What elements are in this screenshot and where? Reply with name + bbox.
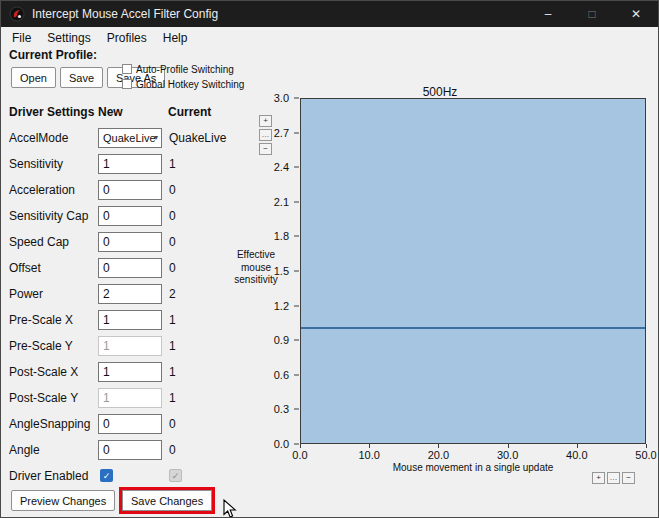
- x-tick-label: 40.0: [566, 449, 587, 461]
- setting-input-post-scale-y[interactable]: [98, 388, 162, 408]
- open-button[interactable]: Open: [11, 67, 56, 88]
- x-axis: 0.010.020.030.040.050.0: [300, 444, 646, 462]
- sensitivity-chart: 500Hz +…− Effective mouse sensitivity 0.…: [229, 81, 651, 496]
- y-tick-mark: [294, 236, 299, 237]
- setting-label: Post-Scale Y: [9, 391, 78, 405]
- maximize-button[interactable]: □: [570, 1, 614, 27]
- driver-enabled-current-checkbox: ✓: [169, 469, 182, 482]
- setting-input-power[interactable]: [98, 284, 162, 304]
- driver-enabled-checkbox[interactable]: ✓: [100, 469, 113, 482]
- zoom-out-button[interactable]: −: [622, 472, 635, 484]
- x-tick-mark: [508, 444, 509, 448]
- y-tick-mark: [294, 305, 299, 306]
- setting-label: Power: [9, 287, 43, 301]
- new-column-header: New: [98, 105, 123, 119]
- sensitivity-line: [301, 327, 645, 329]
- current-value: 1: [169, 391, 176, 405]
- y-tick-mark: [294, 271, 299, 272]
- setting-input-speed-cap[interactable]: [98, 232, 162, 252]
- x-tick-label: 20.0: [428, 449, 449, 461]
- global-hotkey-checkbox[interactable]: [122, 79, 132, 89]
- setting-input-pre-scale-x[interactable]: [98, 310, 162, 330]
- app-window: Intercept Mouse Accel Filter Config – □ …: [0, 0, 659, 518]
- save-changes-button[interactable]: Save Changes: [122, 490, 212, 511]
- chevron-down-icon: ▾: [154, 133, 158, 142]
- highlight-box: Save Changes: [119, 487, 215, 514]
- setting-label: Offset: [9, 261, 41, 275]
- menu-help[interactable]: Help: [155, 29, 196, 47]
- x-tick-label: 50.0: [635, 449, 656, 461]
- current-value: 0: [169, 235, 176, 249]
- current-value: 1: [169, 339, 176, 353]
- menu-profiles[interactable]: Profiles: [99, 29, 155, 47]
- setting-label: Pre-Scale X: [9, 313, 73, 327]
- y-tick-mark: [294, 340, 299, 341]
- setting-input-post-scale-x[interactable]: [98, 362, 162, 382]
- profile-switch-options: Auto-Profile Switching Global Hotkey Swi…: [122, 63, 244, 90]
- zoom-options-button[interactable]: …: [607, 472, 620, 484]
- setting-input-acceleration[interactable]: [98, 180, 162, 200]
- y-tick-label: 0.0: [274, 438, 289, 450]
- menu-file[interactable]: File: [4, 29, 39, 47]
- setting-label: AccelMode: [9, 131, 68, 145]
- y-tick-mark: [294, 409, 299, 410]
- x-tick-mark: [438, 444, 439, 448]
- menu-bar: File Settings Profiles Help: [1, 27, 658, 48]
- current-value: 0: [169, 183, 176, 197]
- y-tick-label: 2.4: [274, 161, 289, 173]
- current-value: 0: [169, 209, 176, 223]
- x-tick-mark: [300, 444, 301, 448]
- setting-label: Post-Scale X: [9, 365, 78, 379]
- setting-input-angle[interactable]: [98, 440, 162, 460]
- auto-profile-label: Auto-Profile Switching: [136, 64, 234, 75]
- chart-plot[interactable]: [300, 98, 646, 444]
- current-value: QuakeLive: [169, 131, 226, 145]
- y-tick-label: 0.3: [274, 403, 289, 415]
- y-tick-label: 3.0: [274, 92, 289, 104]
- y-axis: 0.00.30.60.91.21.51.82.12.42.73.0: [229, 98, 299, 444]
- current-value: 1: [169, 157, 176, 171]
- setting-label: Pre-Scale Y: [9, 339, 73, 353]
- setting-input-offset[interactable]: [98, 258, 162, 278]
- current-value: 0: [169, 443, 176, 457]
- window-title: Intercept Mouse Accel Filter Config: [32, 7, 218, 21]
- setting-label: Sensitivity Cap: [9, 209, 88, 223]
- current-profile-label: Current Profile:: [9, 48, 97, 62]
- title-bar: Intercept Mouse Accel Filter Config – □ …: [1, 1, 658, 27]
- current-value: 1: [169, 313, 176, 327]
- window-controls: – □ ✕: [526, 1, 658, 27]
- setting-label: AngleSnapping: [9, 417, 90, 431]
- setting-label: Speed Cap: [9, 235, 69, 249]
- setting-input-pre-scale-y[interactable]: [98, 336, 162, 356]
- setting-label: Angle: [9, 443, 40, 457]
- x-tick-mark: [646, 444, 647, 448]
- accel-mode-select[interactable]: QuakeLive▾: [98, 128, 162, 148]
- x-tick-label: 0.0: [292, 449, 307, 461]
- close-button[interactable]: ✕: [614, 1, 658, 27]
- current-value: 0: [169, 261, 176, 275]
- x-tick-label: 10.0: [358, 449, 379, 461]
- driver-settings-header: Driver Settings: [9, 105, 94, 119]
- chart-title: 500Hz: [229, 85, 651, 99]
- setting-label: Driver Enabled: [9, 469, 88, 483]
- setting-input-sensitivity[interactable]: [98, 154, 162, 174]
- preview-changes-button[interactable]: Preview Changes: [11, 490, 115, 511]
- auto-profile-checkbox[interactable]: [122, 64, 132, 74]
- auto-profile-row: Auto-Profile Switching: [122, 63, 244, 75]
- x-tick-label: 30.0: [497, 449, 518, 461]
- setting-label: Sensitivity: [9, 157, 63, 171]
- y-tick-label: 1.8: [274, 230, 289, 242]
- y-tick-label: 2.1: [274, 196, 289, 208]
- y-tick-mark: [294, 374, 299, 375]
- minimize-button[interactable]: –: [526, 1, 570, 27]
- x-tick-mark: [369, 444, 370, 448]
- save-button[interactable]: Save: [60, 67, 103, 88]
- y-tick-label: 2.7: [274, 127, 289, 139]
- zoom-in-button[interactable]: +: [592, 472, 605, 484]
- setting-input-anglesnapping[interactable]: [98, 414, 162, 434]
- menu-settings[interactable]: Settings: [39, 29, 98, 47]
- y-tick-label: 0.6: [274, 369, 289, 381]
- app-icon: [9, 6, 25, 22]
- setting-input-sensitivity-cap[interactable]: [98, 206, 162, 226]
- y-tick-mark: [294, 201, 299, 202]
